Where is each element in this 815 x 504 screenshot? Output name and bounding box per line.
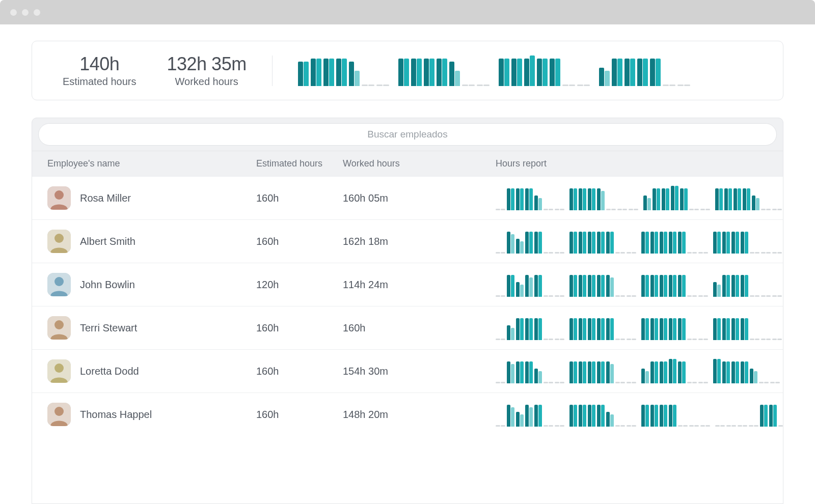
bar-estimated	[606, 275, 610, 297]
week-group	[298, 59, 389, 86]
bar-estimated	[424, 59, 429, 86]
day-pair	[687, 252, 697, 254]
day-pair	[678, 318, 686, 340]
bar-estimated	[650, 361, 654, 383]
bar-estimated	[534, 369, 538, 383]
employee-name: John Bowlin	[80, 279, 135, 291]
bar-estimated	[715, 425, 720, 427]
day-pair	[750, 295, 759, 297]
bar-worked	[656, 59, 661, 86]
bar-estimated	[398, 59, 403, 86]
bar-worked	[645, 405, 649, 427]
bar-estimated	[650, 318, 654, 340]
day-pair	[650, 361, 658, 383]
bar-estimated	[588, 405, 591, 427]
day-pair	[544, 339, 553, 340]
bar-estimated	[606, 412, 610, 427]
bar-worked	[560, 425, 564, 427]
bar-worked	[560, 209, 564, 210]
bar-worked	[655, 318, 658, 340]
day-pair	[769, 405, 777, 427]
window-dot-zoom-icon[interactable]	[34, 9, 40, 16]
day-pair	[597, 318, 605, 340]
bar-estimated	[534, 195, 538, 210]
table-row[interactable]: John Bowlin120h114h 24m	[32, 263, 783, 306]
bar-worked	[622, 209, 627, 210]
bar-estimated	[507, 325, 510, 340]
week-group	[641, 318, 708, 340]
window-dot-close-icon[interactable]	[10, 9, 17, 16]
day-pair	[424, 59, 434, 86]
day-pair	[617, 209, 627, 210]
day-pair	[588, 318, 595, 340]
table-row[interactable]: Thomas Happel160h148h 20m	[32, 393, 783, 436]
day-pair	[713, 282, 721, 297]
table-row[interactable]: Rosa Miller160h160h 05m	[32, 176, 783, 219]
table-row[interactable]: Loretta Dodd160h154h 30m	[32, 349, 783, 393]
bar-estimated	[534, 405, 538, 427]
bar-worked	[501, 339, 505, 340]
day-pair	[713, 318, 721, 340]
svg-point-5	[55, 277, 64, 286]
day-pair	[597, 275, 605, 297]
day-pair	[597, 405, 605, 427]
bar-worked	[501, 295, 505, 297]
bar-estimated	[750, 339, 754, 340]
bar-worked	[632, 295, 636, 297]
day-pair	[579, 188, 586, 210]
search-input[interactable]	[38, 123, 777, 146]
bar-estimated	[544, 382, 548, 383]
bar-worked	[574, 232, 577, 254]
week-group	[599, 59, 690, 86]
report-cell	[496, 359, 780, 383]
week-group	[496, 275, 564, 297]
bar-estimated	[713, 359, 717, 383]
bar-worked	[511, 188, 514, 210]
employee-barset	[496, 402, 783, 427]
day-pair	[772, 295, 782, 297]
bar-estimated	[689, 425, 694, 427]
bar-worked	[766, 209, 771, 210]
col-worked: Worked hours	[343, 158, 496, 169]
bar-worked	[736, 361, 739, 383]
day-pair	[698, 339, 708, 340]
day-pair	[715, 425, 725, 427]
bar-estimated	[741, 232, 744, 254]
bar-worked	[777, 295, 782, 297]
day-pair	[579, 361, 586, 383]
day-pair	[671, 186, 678, 210]
summary-stats: 140h Estimated hours 132h 35m Worked hou…	[47, 53, 283, 88]
bar-worked	[655, 232, 658, 254]
bar-estimated	[516, 412, 520, 427]
day-pair	[627, 339, 636, 340]
day-pair	[496, 425, 505, 427]
table-row[interactable]: Terri Stewart160h160h	[32, 306, 783, 349]
day-pair	[741, 318, 748, 340]
day-pair	[741, 361, 748, 383]
bar-worked	[529, 188, 533, 210]
bar-worked	[574, 275, 577, 297]
table-row[interactable]: Albert Smith160h162h 18m	[32, 219, 783, 263]
bar-estimated	[477, 85, 483, 86]
bar-estimated	[772, 209, 777, 210]
day-pair	[588, 405, 595, 427]
bar-estimated	[516, 318, 520, 340]
bar-estimated	[669, 359, 672, 383]
bar-estimated	[544, 209, 548, 210]
bar-estimated	[579, 361, 582, 383]
bar-estimated	[689, 209, 694, 210]
bar-worked	[717, 285, 721, 297]
day-pair	[511, 59, 522, 86]
bar-estimated	[525, 275, 529, 297]
bar-worked	[703, 252, 708, 254]
window-dot-minimize-icon[interactable]	[22, 9, 29, 16]
bar-worked	[601, 405, 605, 427]
bar-worked	[673, 405, 676, 427]
bar-estimated	[555, 252, 559, 254]
bar-estimated	[612, 59, 617, 86]
bar-worked	[755, 295, 759, 297]
employee-cell: Albert Smith	[47, 230, 256, 253]
bar-worked	[601, 232, 605, 254]
estimated-value: 140h	[63, 53, 137, 75]
day-pair	[507, 275, 514, 297]
